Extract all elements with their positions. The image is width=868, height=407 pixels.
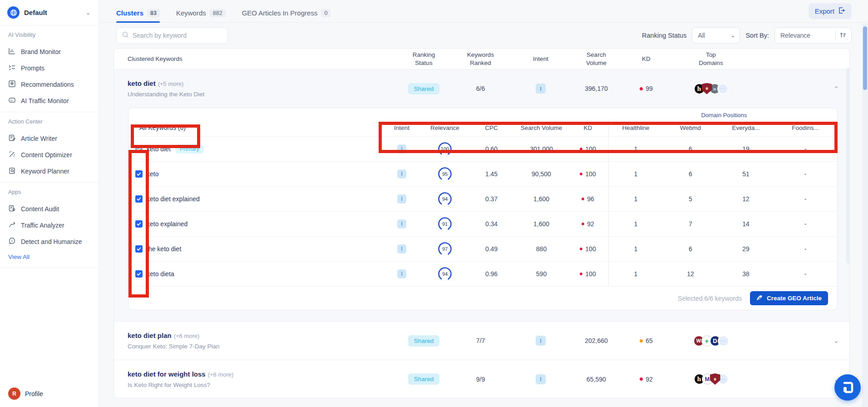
selected-count-label: Selected 6/6 keywords — [678, 295, 742, 302]
sort-by-value: Relevance — [780, 32, 810, 39]
expand-chevron-icon[interactable]: ⌄ — [822, 337, 850, 344]
ranking-status-select[interactable]: All ⌄ — [692, 27, 740, 44]
sort-order-icon[interactable] — [839, 31, 847, 40]
everyda-position: 51 — [718, 162, 774, 186]
foodins-position: - — [774, 137, 837, 161]
search-input[interactable] — [133, 32, 222, 39]
traffic-analyzer-icon — [8, 221, 16, 230]
keyword-checkbox[interactable] — [135, 145, 143, 153]
kd-dot — [580, 248, 582, 250]
keyword-checkbox[interactable] — [135, 195, 143, 203]
tab-label: Clusters — [116, 9, 143, 17]
section-title: Apps — [8, 189, 90, 195]
divider — [835, 30, 836, 40]
healthline-position: 1 — [608, 237, 663, 261]
keyword-text: keto explained — [147, 220, 187, 228]
keyword-checkbox[interactable] — [135, 220, 143, 228]
kd-dot — [580, 273, 582, 275]
sidebar-item-detect-and-humanize[interactable]: 9 Detect and Humanize — [8, 233, 90, 250]
keyword-row: keto explained I 91 0.34 1,600 92 1 7 14… — [128, 211, 837, 236]
sidebar-item-label: Prompts — [21, 65, 44, 72]
cpc-value: 0.37 — [468, 187, 515, 211]
intent-badge: I — [397, 269, 406, 278]
cluster-more-count: (+6 more) — [174, 333, 200, 339]
article-writer-icon — [8, 134, 16, 143]
foodins-position: - — [774, 237, 837, 261]
keyword-text: keto dieta — [147, 270, 174, 278]
recommendations-icon — [8, 80, 16, 89]
more-domains-icon[interactable]: ··· — [717, 83, 729, 94]
tab-keywords[interactable]: Keywords 882 — [176, 0, 226, 22]
everyda-position: 29 — [718, 237, 774, 261]
top-domains: h ⚜ » ··· — [672, 83, 750, 94]
card-scrollbar[interactable] — [846, 68, 850, 263]
everyda-position: 12 — [718, 187, 774, 211]
view-all-link[interactable]: View All — [0, 252, 99, 267]
top-domains: h M ⚜ ··· — [672, 373, 750, 385]
tab-geo-articles-in-progress[interactable]: GEO Articles In Progress 0 — [242, 0, 331, 22]
cpc-value: 0.96 — [468, 262, 515, 286]
scrollbar-thumb[interactable] — [863, 26, 867, 90]
tab-label: Keywords — [176, 9, 206, 17]
keyword-text: keto — [147, 170, 158, 178]
kd-value: 100 — [585, 245, 596, 253]
profile-row[interactable]: R Profile — [0, 380, 99, 407]
sidebar-item-label: Traffic Analyzer — [21, 222, 64, 229]
cluster-name: keto diet — [128, 79, 156, 87]
keyword-checkbox[interactable] — [135, 270, 143, 278]
sidebar-item-label: Detect and Humanize — [21, 238, 82, 245]
sidebar-item-keyword-planner[interactable]: Keyword Planner — [8, 163, 90, 179]
sidebar-item-ai-traffic-monitor[interactable]: AI AI Traffic Monitor — [8, 93, 90, 109]
keyword-checkbox[interactable] — [135, 170, 143, 178]
foodins-position: - — [774, 262, 837, 286]
tab-clusters[interactable]: Clusters 83 — [116, 0, 160, 22]
intent-badge: I — [536, 84, 546, 94]
relevance-gauge: 100 — [437, 141, 453, 157]
more-domains-icon[interactable]: ··· — [718, 335, 729, 347]
create-geo-article-button[interactable]: Create GEO Article — [750, 291, 828, 305]
col-healthline: Healthline — [608, 119, 663, 136]
col-kd: KD — [620, 55, 672, 63]
keywords-panel: Domain Positions All Keywords (6) Intent… — [128, 108, 838, 310]
keyword-checkbox[interactable] — [135, 245, 143, 253]
cpc-value: 0.60 — [468, 137, 515, 161]
sort-by-select[interactable]: Relevance — [774, 27, 852, 44]
sidebar-item-content-audit[interactable]: Content Audit — [8, 201, 90, 217]
foodins-position: - — [774, 187, 837, 211]
search-box[interactable] — [116, 27, 228, 44]
sidebar-item-traffic-analyzer[interactable]: Traffic Analyzer — [8, 217, 90, 233]
sidebar-item-recommendations[interactable]: Recommendations — [8, 76, 90, 93]
sidebar-item-label: Article Writer — [21, 135, 57, 142]
keyword-row: keto dieta I 94 0.96 590 100 1 12 38 - — [128, 261, 837, 286]
export-button[interactable]: Export — [809, 3, 852, 19]
primary-badge: Primary — [175, 144, 204, 154]
sidebar-item-article-writer[interactable]: Article Writer — [8, 130, 90, 147]
healthline-position: 1 — [608, 137, 663, 161]
page-scrollbar[interactable] — [862, 24, 868, 407]
sidebar-item-brand-monitor[interactable]: Brand Monitor — [8, 44, 90, 60]
cluster-row-keto-diet-for-weight-loss[interactable]: keto diet for weight loss(+8 more) Is Ke… — [114, 360, 849, 398]
workspace-switcher[interactable]: Default ⌄ — [0, 0, 99, 24]
sidebar-item-prompts[interactable]: Prompts — [8, 60, 90, 76]
sidebar-item-content-optimizer[interactable]: Content Optimizer — [8, 147, 90, 163]
keyword-planner-icon — [8, 167, 16, 176]
content-optimizer-icon — [8, 150, 16, 159]
tab-count-badge: 882 — [210, 9, 226, 17]
keyword-row: keto dietPrimary I 100 0.60 301,000 100 … — [128, 136, 837, 161]
search-volume-value: 590 — [515, 262, 567, 286]
clusters-table: Clustered Keywords Ranking Status Keywor… — [113, 48, 850, 398]
prompts-icon — [8, 64, 16, 73]
col-intent: Intent — [509, 55, 572, 63]
sidebar-item-label: AI Traffic Monitor — [21, 97, 69, 104]
webmd-position: 6 — [663, 237, 718, 261]
sidebar-section-ai-visibility: AI Visibility Brand Monitor Prompts Reco… — [0, 25, 99, 111]
cluster-row-keto-diet-plan[interactable]: keto diet plan(+6 more) Conquer Keto: Si… — [114, 322, 849, 360]
everyda-position: 19 — [718, 137, 774, 161]
chat-widget-button[interactable] — [834, 374, 861, 401]
relevance-gauge: 97 — [437, 241, 453, 257]
chevron-down-icon: ⌄ — [86, 10, 90, 16]
webmd-position: 6 — [663, 137, 718, 161]
sidebar-item-label: Content Audit — [21, 205, 59, 213]
ranking-status-badge: Shared — [408, 373, 440, 385]
cluster-row-keto-diet[interactable]: keto diet(+5 more) Understanding the Ket… — [114, 69, 849, 108]
